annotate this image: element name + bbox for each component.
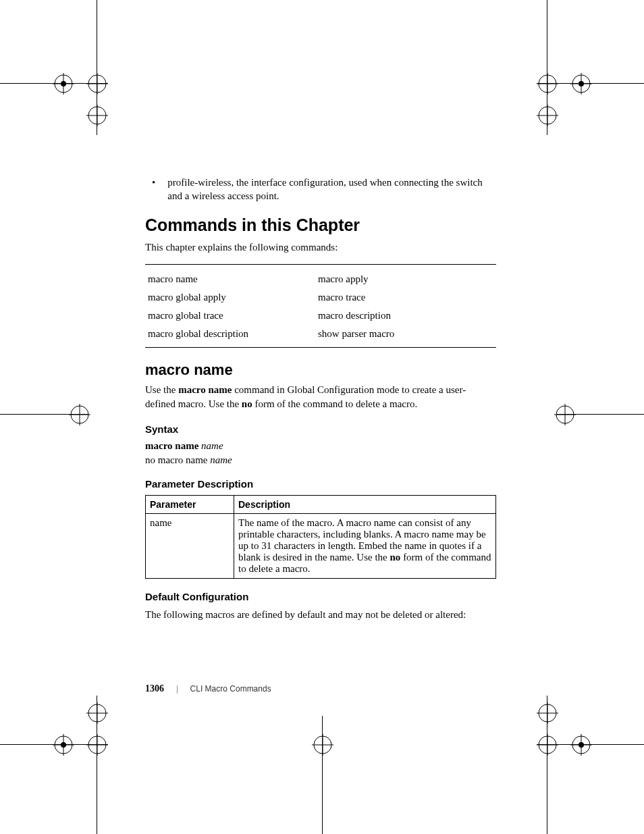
registration-mark-icon <box>86 702 108 724</box>
heading-syntax: Syntax <box>145 423 496 435</box>
bullet-dot-icon: • <box>145 176 167 203</box>
heading-macro-name: macro name <box>145 361 496 379</box>
syntax-arg: name <box>201 440 223 451</box>
registration-mark-icon <box>537 73 558 95</box>
registration-mark-icon <box>537 734 558 756</box>
command-link[interactable]: macro description <box>318 310 493 321</box>
syntax-line: macro name name <box>145 440 496 452</box>
page-content: • profile-wireless, the interface config… <box>145 176 496 629</box>
command-link[interactable]: show parser macro <box>318 328 493 340</box>
bullet-text: profile-wireless, the interface configur… <box>167 176 496 203</box>
heading-commands: Commands in this Chapter <box>145 215 496 235</box>
parameter-table: Parameter Description name The name of t… <box>145 495 496 579</box>
registration-mark-icon <box>570 734 592 756</box>
registration-mark-icon <box>554 404 576 425</box>
syntax-command: no macro name <box>145 454 210 465</box>
column-header-description: Description <box>234 495 496 513</box>
footer-divider-icon: | <box>176 683 178 694</box>
text: form of the command to delete a macro. <box>252 398 418 409</box>
syntax-line: no macro name name <box>145 454 496 466</box>
footer-section-title: CLI Macro Commands <box>190 684 271 694</box>
default-configuration-text: The following macros are defined by defa… <box>145 608 496 622</box>
registration-mark-icon <box>537 105 558 126</box>
registration-mark-icon <box>537 702 558 724</box>
command-link[interactable]: macro global description <box>148 328 318 340</box>
table-row: macro name macro apply <box>145 270 496 288</box>
section-intro: Use the macro name command in Global Con… <box>145 383 496 411</box>
page-number: 1306 <box>145 683 164 694</box>
table-row: name The name of the macro. A macro name… <box>146 513 496 578</box>
syntax-command: macro name <box>145 440 198 451</box>
column-header-parameter: Parameter <box>146 495 234 513</box>
command-link[interactable]: macro global apply <box>148 292 318 303</box>
registration-mark-icon <box>86 73 108 95</box>
command-link[interactable]: macro apply <box>318 273 493 285</box>
registration-mark-icon <box>53 734 74 756</box>
registration-mark-icon <box>69 404 90 425</box>
command-keyword: macro name <box>178 384 232 395</box>
registration-mark-icon <box>312 734 333 756</box>
table-row: macro global apply macro trace <box>145 288 496 307</box>
heading-default-configuration: Default Configuration <box>145 591 496 602</box>
heading-parameter-description: Parameter Description <box>145 478 496 490</box>
command-link[interactable]: macro name <box>148 273 318 285</box>
param-name: name <box>146 513 234 578</box>
commands-table: macro name macro apply macro global appl… <box>145 264 496 348</box>
command-keyword: no <box>390 552 401 563</box>
command-link[interactable]: macro global trace <box>148 310 318 321</box>
param-description: The name of the macro. A macro name can … <box>234 513 496 578</box>
syntax-arg: name <box>210 454 232 465</box>
command-keyword: no <box>242 398 252 409</box>
table-row: macro global trace macro description <box>145 307 496 325</box>
bullet-item: • profile-wireless, the interface config… <box>145 176 496 203</box>
table-header-row: Parameter Description <box>146 495 496 513</box>
registration-mark-icon <box>86 105 108 126</box>
table-row: macro global description show parser mac… <box>145 325 496 343</box>
registration-mark-icon <box>86 734 108 756</box>
registration-mark-icon <box>570 73 592 95</box>
page-footer: 1306 | CLI Macro Commands <box>145 683 271 694</box>
heading-commands-intro: This chapter explains the following comm… <box>145 240 496 255</box>
text: Use the <box>145 384 178 395</box>
command-link[interactable]: macro trace <box>318 292 493 303</box>
registration-mark-icon <box>53 73 74 95</box>
